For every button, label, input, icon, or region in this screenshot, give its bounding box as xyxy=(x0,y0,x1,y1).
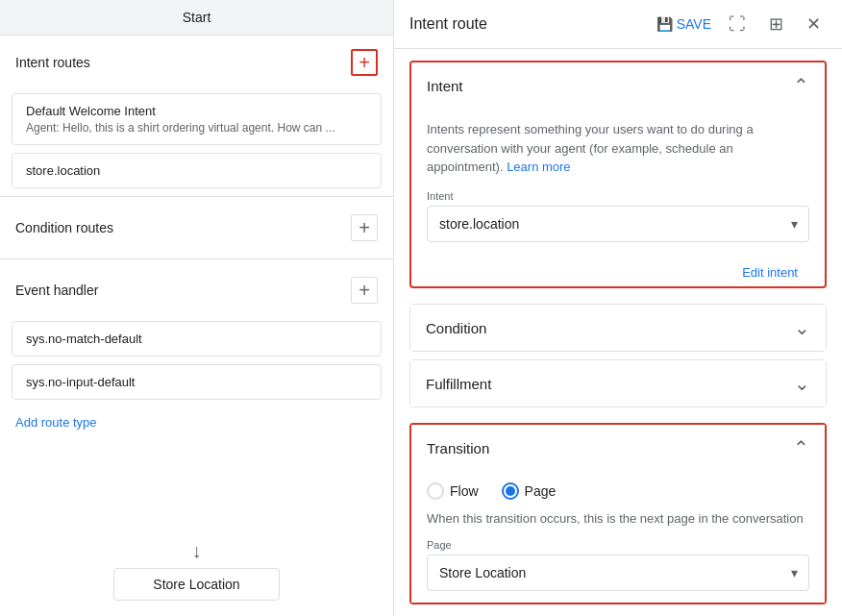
event-handler-section-header: Event handler + xyxy=(0,263,393,317)
add-route-type-button[interactable]: Add route type xyxy=(0,404,393,441)
page-radio-option[interactable]: Page xyxy=(502,482,557,500)
intent-section-card: Intent Intents represent something your … xyxy=(409,61,827,288)
event-title: sys.no-input-default xyxy=(26,375,367,389)
flow-radio-circle xyxy=(427,482,444,500)
page-radio-circle xyxy=(502,482,519,500)
close-button[interactable]: ✕ xyxy=(801,12,827,37)
list-item[interactable]: store.location xyxy=(12,153,382,188)
transition-section-body: Flow Page When this transition occurs, t… xyxy=(411,471,825,603)
fulfillment-section-label: Fulfillment xyxy=(426,376,491,392)
transition-section-card: Transition Flow Page When this transitio… xyxy=(409,423,827,604)
intent-route-title: Intent route xyxy=(409,15,645,33)
edit-intent-button[interactable]: Edit intent xyxy=(727,258,813,287)
condition-section-header[interactable]: Condition xyxy=(410,305,826,351)
event-handler-label: Event handler xyxy=(15,283,98,298)
add-condition-route-button[interactable]: + xyxy=(351,214,378,241)
intent-section-label: Intent xyxy=(427,78,463,94)
page-label: Page xyxy=(525,483,557,499)
condition-collapse-icon xyxy=(794,316,810,339)
bottom-area: ↓ Store Location xyxy=(0,525,393,616)
right-panel: Intent route 💾 SAVE ⛶ ⊞ ✕ Intent Intents… xyxy=(394,0,842,616)
page-field-label: Page xyxy=(427,539,809,551)
condition-routes-label: Condition routes xyxy=(15,220,113,235)
transition-description: When this transition occurs, this is the… xyxy=(427,511,809,526)
left-panel: Start Intent routes + Default Welcome In… xyxy=(0,0,394,616)
transition-section-label: Transition xyxy=(427,440,489,456)
route-sub: Agent: Hello, this is a shirt ordering v… xyxy=(26,121,367,135)
intent-select-wrapper: store.location xyxy=(427,206,809,242)
add-intent-route-button[interactable]: + xyxy=(351,49,378,76)
add-event-handler-button[interactable]: + xyxy=(351,277,378,304)
transition-collapse-icon xyxy=(793,436,809,459)
condition-routes-section-header: Condition routes + xyxy=(0,201,393,255)
route-title: store.location xyxy=(26,163,367,178)
fulfillment-collapse-icon xyxy=(794,372,810,395)
learn-more-link[interactable]: Learn more xyxy=(507,160,570,174)
flow-radio-option[interactable]: Flow xyxy=(427,482,479,500)
condition-section-card: Condition xyxy=(409,304,827,352)
event-title: sys.no-match-default xyxy=(26,332,367,346)
save-button[interactable]: 💾 SAVE xyxy=(656,16,711,32)
start-header: Start xyxy=(0,0,393,36)
transition-radio-group: Flow Page xyxy=(427,482,809,500)
intent-routes-label: Intent routes xyxy=(15,55,90,70)
flow-label: Flow xyxy=(450,483,479,499)
divider xyxy=(0,196,393,197)
list-item[interactable]: Default Welcome Intent Agent: Hello, thi… xyxy=(12,93,382,145)
divider xyxy=(0,259,393,259)
arrow-down-icon: ↓ xyxy=(192,540,202,562)
intent-section-header[interactable]: Intent xyxy=(411,62,825,109)
list-item[interactable]: sys.no-match-default xyxy=(12,321,382,357)
transition-section-header[interactable]: Transition xyxy=(411,425,825,471)
fulfillment-section-header[interactable]: Fulfillment xyxy=(410,360,826,407)
page-select[interactable]: Store Location xyxy=(427,554,809,591)
intent-section-body: Intents represent something your users w… xyxy=(411,109,825,254)
right-header: Intent route 💾 SAVE ⛶ ⊞ ✕ xyxy=(394,0,842,49)
resize-button[interactable]: ⊞ xyxy=(763,12,789,37)
fulfillment-section-card: Fulfillment xyxy=(409,359,827,407)
list-item[interactable]: sys.no-input-default xyxy=(12,364,382,400)
route-title: Default Welcome Intent xyxy=(26,104,367,118)
intent-collapse-icon xyxy=(793,74,809,97)
intent-select[interactable]: store.location xyxy=(427,206,809,242)
store-location-button[interactable]: Store Location xyxy=(113,568,279,601)
condition-section-label: Condition xyxy=(426,320,486,336)
save-icon: 💾 xyxy=(656,16,673,32)
intent-routes-section-header: Intent routes + xyxy=(0,36,393,89)
expand-button[interactable]: ⛶ xyxy=(723,12,752,37)
intent-description: Intents represent something your users w… xyxy=(427,120,809,177)
intent-field-label: Intent xyxy=(427,190,809,202)
page-select-wrapper: Store Location xyxy=(427,554,809,591)
save-label: SAVE xyxy=(677,16,711,32)
